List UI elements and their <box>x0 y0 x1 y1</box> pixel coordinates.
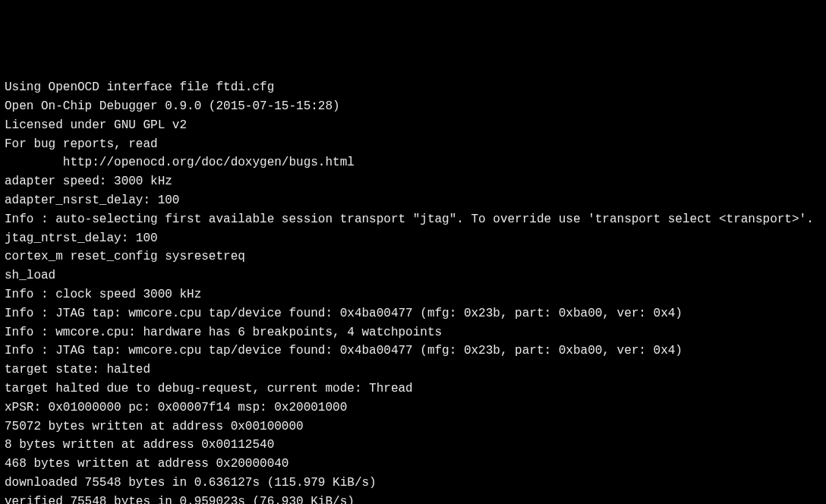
terminal-line: adapter speed: 3000 kHz <box>5 172 821 191</box>
terminal-line: verified 75548 bytes in 0.959023s (76.93… <box>5 493 821 504</box>
terminal-line: 75072 bytes written at address 0x0010000… <box>5 417 821 436</box>
terminal-line: Using OpenOCD interface file ftdi.cfg <box>5 78 821 97</box>
terminal-line: adapter_nsrst_delay: 100 <box>5 191 821 210</box>
terminal-line: Info : wmcore.cpu: hardware has 6 breakp… <box>5 323 821 342</box>
terminal-line: For bug reports, read <box>5 135 821 154</box>
terminal-line: jtag_ntrst_delay: 100 <box>5 229 821 248</box>
terminal-output: Using OpenOCD interface file ftdi.cfgOpe… <box>5 78 821 504</box>
terminal-line: Info : JTAG tap: wmcore.cpu tap/device f… <box>5 304 821 323</box>
terminal-line: http://openocd.org/doc/doxygen/bugs.html <box>5 153 821 172</box>
terminal-line: Licensed under GNU GPL v2 <box>5 116 821 135</box>
terminal-line: target halted due to debug-request, curr… <box>5 380 821 398</box>
terminal-line: Info : auto-selecting first available se… <box>5 210 821 229</box>
terminal-line: Open On-Chip Debugger 0.9.0 (2015-07-15-… <box>5 97 821 116</box>
terminal-line: xPSR: 0x01000000 pc: 0x00007f14 msp: 0x2… <box>5 398 821 417</box>
terminal-line: Info : clock speed 3000 kHz <box>5 285 821 304</box>
terminal-line: 8 bytes written at address 0x00112540 <box>5 436 821 455</box>
terminal-line: cortex_m reset_config sysresetreq <box>5 247 821 266</box>
terminal-line: downloaded 75548 bytes in 0.636127s (115… <box>5 474 821 493</box>
terminal-line: 468 bytes written at address 0x20000040 <box>5 455 821 474</box>
terminal-line: Info : JTAG tap: wmcore.cpu tap/device f… <box>5 342 821 361</box>
terminal-line: target state: halted <box>5 361 821 380</box>
terminal-line: sh_load <box>5 266 821 285</box>
